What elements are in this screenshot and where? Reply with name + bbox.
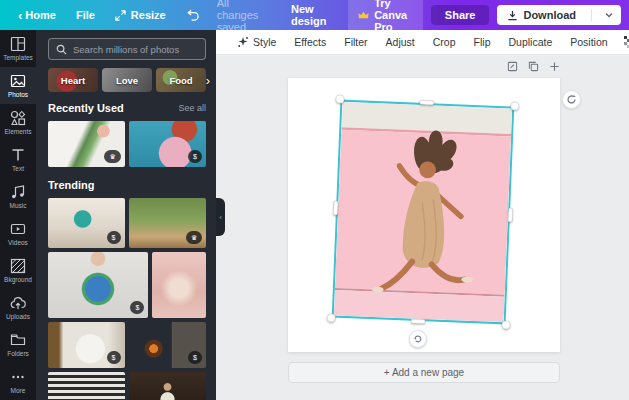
chip-heart[interactable]: Heart bbox=[48, 68, 98, 92]
rotate-handle[interactable] bbox=[409, 330, 428, 349]
sidebar-item-videos[interactable]: Videos bbox=[0, 215, 36, 252]
refresh-button[interactable] bbox=[562, 90, 581, 109]
trending-row: $ bbox=[48, 252, 206, 318]
sidebar-item-label: Uploads bbox=[6, 313, 30, 320]
sidebar-item-uploads[interactable]: Uploads bbox=[0, 289, 36, 326]
file-menu[interactable]: File bbox=[66, 9, 105, 21]
crown-icon bbox=[358, 11, 369, 20]
adjust-button[interactable]: Adjust bbox=[377, 36, 424, 48]
crop-label: Crop bbox=[433, 36, 456, 48]
effects-label: Effects bbox=[294, 36, 326, 48]
add-page-icon-button[interactable] bbox=[549, 61, 560, 72]
photo-thumbnail[interactable] bbox=[129, 372, 207, 400]
filter-button[interactable]: Filter bbox=[335, 36, 376, 48]
photo-thumbnail[interactable]: $ bbox=[129, 121, 207, 167]
resize-handle-right[interactable] bbox=[508, 207, 514, 222]
position-button[interactable]: Position bbox=[561, 36, 616, 48]
undo-button[interactable] bbox=[176, 9, 209, 21]
photo-thumbnail[interactable]: $ bbox=[48, 198, 125, 248]
photo-thumbnail[interactable]: $ bbox=[129, 322, 207, 368]
photo-thumbnail[interactable]: $ bbox=[48, 322, 125, 368]
sidebar-item-templates[interactable]: Templates bbox=[0, 30, 36, 67]
photo-thumbnail[interactable]: ♛ bbox=[48, 121, 125, 167]
photo-thumbnail[interactable]: $ bbox=[48, 252, 148, 318]
search-icon bbox=[56, 44, 67, 55]
canvas-area: + Add a new page bbox=[216, 55, 629, 400]
sidebar-item-photos[interactable]: Photos bbox=[0, 67, 36, 104]
background-icon bbox=[10, 258, 26, 274]
try-canva-pro-button[interactable]: Try Canva Pro bbox=[348, 0, 423, 37]
add-new-page-label: + Add a new page bbox=[384, 367, 464, 378]
home-button[interactable]: ‹ Home bbox=[8, 8, 66, 23]
add-new-page-button[interactable]: + Add a new page bbox=[288, 362, 560, 383]
new-design-button[interactable]: New design bbox=[279, 3, 340, 27]
sidebar-item-background[interactable]: Bkground bbox=[0, 252, 36, 289]
chip-love[interactable]: Love bbox=[102, 68, 152, 92]
recently-used-header: Recently Used See all bbox=[48, 102, 206, 114]
transparency-button[interactable] bbox=[617, 36, 629, 48]
adjust-label: Adjust bbox=[386, 36, 415, 48]
photo-thumbnail[interactable]: ♛ bbox=[129, 198, 207, 248]
sidebar-item-more[interactable]: More bbox=[0, 363, 36, 400]
chips-next-arrow[interactable]: › bbox=[206, 73, 210, 88]
see-all-link[interactable]: See all bbox=[178, 103, 206, 113]
chip-food[interactable]: Food bbox=[156, 68, 206, 92]
resize-handle-se[interactable] bbox=[501, 320, 510, 329]
pro-badge: ♛ bbox=[104, 150, 120, 163]
paid-badge: $ bbox=[107, 351, 121, 364]
sidebar-item-label: Bkground bbox=[4, 276, 32, 283]
resize-handle-left[interactable] bbox=[333, 200, 339, 215]
videos-icon bbox=[10, 221, 26, 237]
paid-badge: $ bbox=[188, 351, 202, 364]
effects-button[interactable]: Effects bbox=[285, 36, 335, 48]
crop-button[interactable]: Crop bbox=[424, 36, 465, 48]
resize-handle-bottom[interactable] bbox=[411, 319, 426, 325]
trending-row: $ ♛ bbox=[48, 198, 206, 248]
resize-button[interactable]: Resize bbox=[105, 9, 176, 21]
resize-handle-top[interactable] bbox=[419, 100, 434, 106]
resize-icon bbox=[115, 10, 126, 21]
sidebar-item-elements[interactable]: Elements bbox=[0, 104, 36, 141]
sidebar-item-label: Music bbox=[10, 202, 27, 209]
sidebar-item-text[interactable]: Text bbox=[0, 141, 36, 178]
search-bar[interactable] bbox=[48, 38, 206, 60]
recently-used-title: Recently Used bbox=[48, 102, 124, 114]
chip-label: Heart bbox=[61, 75, 85, 86]
panel-collapse-button[interactable]: ‹ bbox=[216, 198, 225, 236]
page-actions bbox=[504, 61, 560, 72]
paid-badge: $ bbox=[107, 231, 121, 244]
sidebar-rail: Templates Photos Elements Text Music Vid… bbox=[0, 30, 36, 400]
sidebar-item-label: Text bbox=[12, 165, 24, 172]
search-input[interactable] bbox=[73, 44, 198, 55]
top-bar: ‹ Home File Resize All changes saved New… bbox=[0, 0, 629, 30]
image-content bbox=[332, 100, 515, 325]
trending-header: Trending bbox=[48, 179, 206, 191]
photo-thumbnail[interactable] bbox=[48, 372, 125, 400]
add-notes-button[interactable] bbox=[507, 61, 518, 72]
sidebar-item-folders[interactable]: Folders bbox=[0, 326, 36, 363]
more-icon bbox=[10, 369, 26, 385]
duplicate-page-button[interactable] bbox=[528, 61, 539, 72]
trending-title: Trending bbox=[48, 179, 94, 191]
style-button[interactable]: Style bbox=[228, 36, 285, 48]
collapse-chevron-icon: ‹ bbox=[219, 213, 222, 222]
photo-thumbnail[interactable] bbox=[152, 252, 206, 318]
home-label: Home bbox=[25, 9, 56, 21]
download-button[interactable]: Download bbox=[497, 5, 621, 25]
sidebar-item-label: More bbox=[11, 387, 26, 394]
canva-editor: ‹ Home File Resize All changes saved New… bbox=[0, 0, 629, 400]
position-label: Position bbox=[570, 36, 607, 48]
flip-button[interactable]: Flip bbox=[465, 36, 500, 48]
design-page[interactable] bbox=[288, 78, 560, 352]
recently-used-row: ♛ $ bbox=[48, 121, 206, 167]
filter-label: Filter bbox=[344, 36, 367, 48]
sidebar-item-music[interactable]: Music bbox=[0, 178, 36, 215]
share-button[interactable]: Share bbox=[431, 5, 490, 25]
photos-icon bbox=[10, 73, 26, 89]
download-icon bbox=[507, 10, 518, 21]
selected-image[interactable] bbox=[332, 100, 515, 325]
resize-handle-ne[interactable] bbox=[510, 101, 519, 110]
resize-handle-sw[interactable] bbox=[326, 313, 335, 322]
download-options-button[interactable] bbox=[597, 12, 621, 18]
duplicate-button[interactable]: Duplicate bbox=[499, 36, 561, 48]
